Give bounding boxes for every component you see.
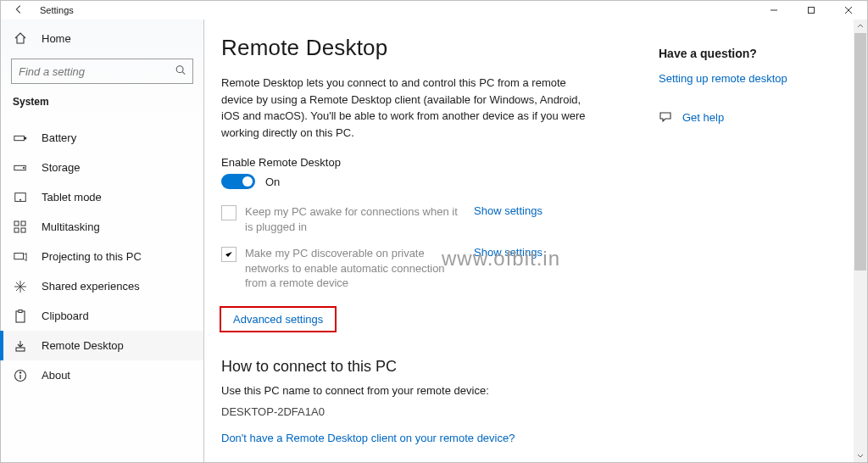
projecting-icon xyxy=(13,250,28,264)
keep-awake-show-settings[interactable]: Show settings xyxy=(474,204,542,217)
sidebar-item-label: Remote Desktop xyxy=(42,339,124,352)
connect-heading: How to connect to this PC xyxy=(221,358,642,376)
storage-icon xyxy=(13,161,28,175)
sidebar-category: System xyxy=(1,89,203,116)
advanced-settings-link[interactable]: Advanced settings xyxy=(233,313,323,326)
tablet-icon xyxy=(13,191,28,204)
sidebar-item-about[interactable]: About xyxy=(1,360,203,390)
back-icon[interactable] xyxy=(13,3,25,18)
about-icon xyxy=(13,369,28,382)
svg-point-22 xyxy=(19,371,21,373)
sidebar-item-label: Battery xyxy=(42,131,76,144)
svg-rect-7 xyxy=(25,137,26,139)
sidebar-item-multitasking[interactable]: Multitasking xyxy=(1,212,203,242)
sidebar-item-label: Storage xyxy=(42,161,81,174)
svg-point-9 xyxy=(23,167,24,168)
scroll-thumb[interactable] xyxy=(854,33,866,271)
svg-rect-6 xyxy=(14,136,25,140)
sidebar-home-label: Home xyxy=(42,32,71,45)
search-input[interactable] xyxy=(11,59,193,84)
question-heading: Have a question? xyxy=(659,47,838,60)
sidebar-item-label: Multitasking xyxy=(42,220,100,233)
connect-text: Use this PC name to connect from your re… xyxy=(221,384,642,397)
sidebar-item-label: Tablet mode xyxy=(42,191,102,204)
sidebar-item-label: About xyxy=(42,369,70,382)
clipboard-icon xyxy=(13,310,28,323)
search-icon xyxy=(175,64,186,79)
discoverable-show-settings[interactable]: Show settings xyxy=(474,246,542,259)
keep-awake-label: Keep my PC awake for connections when it… xyxy=(245,204,465,234)
enable-label: Enable Remote Desktop xyxy=(221,156,642,169)
get-help-link[interactable]: Get help xyxy=(682,111,724,124)
right-column: Have a question? Setting up remote deskt… xyxy=(659,20,854,462)
svg-rect-13 xyxy=(21,221,25,226)
remote-icon xyxy=(13,339,28,353)
maximize-button[interactable] xyxy=(793,1,830,20)
svg-rect-15 xyxy=(21,228,25,232)
multitasking-icon xyxy=(13,220,28,234)
sidebar-item-label: Clipboard xyxy=(42,310,89,322)
discoverable-checkbox[interactable] xyxy=(221,247,236,262)
sidebar-item-remote-desktop[interactable]: Remote Desktop xyxy=(1,331,203,360)
pc-name: DESKTOP-2DFA1A0 xyxy=(221,405,642,418)
sidebar-item-projecting[interactable]: Projecting to this PC xyxy=(1,242,203,271)
sidebar-item-battery[interactable]: Battery xyxy=(1,123,203,153)
svg-rect-1 xyxy=(809,8,815,14)
svg-point-11 xyxy=(19,199,20,200)
battery-icon xyxy=(13,131,28,145)
setup-remote-link[interactable]: Setting up remote desktop xyxy=(659,72,838,85)
sidebar-item-label: Shared experiences xyxy=(42,280,140,293)
discoverable-label: Make my PC discoverable on private netwo… xyxy=(245,246,465,291)
content: Remote Desktop Remote Desktop lets you c… xyxy=(204,20,659,462)
svg-point-4 xyxy=(176,66,183,73)
scroll-up-button[interactable] xyxy=(854,20,867,33)
home-icon xyxy=(13,31,28,45)
sidebar: Home System Battery Storage xyxy=(1,20,204,462)
page-title: Remote Desktop xyxy=(221,35,642,61)
close-button[interactable] xyxy=(830,1,867,20)
window-title: Settings xyxy=(40,5,74,15)
sidebar-item-shared[interactable]: Shared experiences xyxy=(1,271,203,301)
sidebar-item-tablet-mode[interactable]: Tablet mode xyxy=(1,182,203,212)
toggle-state: On xyxy=(265,176,280,188)
enable-toggle[interactable] xyxy=(221,174,255,189)
minimize-button[interactable] xyxy=(755,1,793,20)
help-icon xyxy=(659,110,672,124)
shared-icon xyxy=(13,280,28,293)
svg-rect-18 xyxy=(19,310,22,312)
sidebar-item-clipboard[interactable]: Clipboard xyxy=(1,301,203,331)
svg-rect-12 xyxy=(14,221,19,226)
scrollbar[interactable] xyxy=(854,20,867,462)
sidebar-item-storage[interactable]: Storage xyxy=(1,153,203,182)
sidebar-home[interactable]: Home xyxy=(1,23,203,53)
svg-line-5 xyxy=(182,72,185,75)
advanced-settings-highlight: Advanced settings xyxy=(220,306,337,332)
svg-rect-14 xyxy=(14,228,19,232)
no-client-link[interactable]: Don't have a Remote Desktop client on yo… xyxy=(221,432,515,444)
svg-rect-16 xyxy=(14,253,24,259)
svg-rect-19 xyxy=(16,348,25,351)
keep-awake-checkbox[interactable] xyxy=(221,205,236,220)
titlebar: Settings xyxy=(1,1,867,20)
sidebar-item-label: Projecting to this PC xyxy=(42,250,142,263)
page-description: Remote Desktop lets you connect to and c… xyxy=(221,75,586,141)
scroll-down-button[interactable] xyxy=(854,449,867,462)
